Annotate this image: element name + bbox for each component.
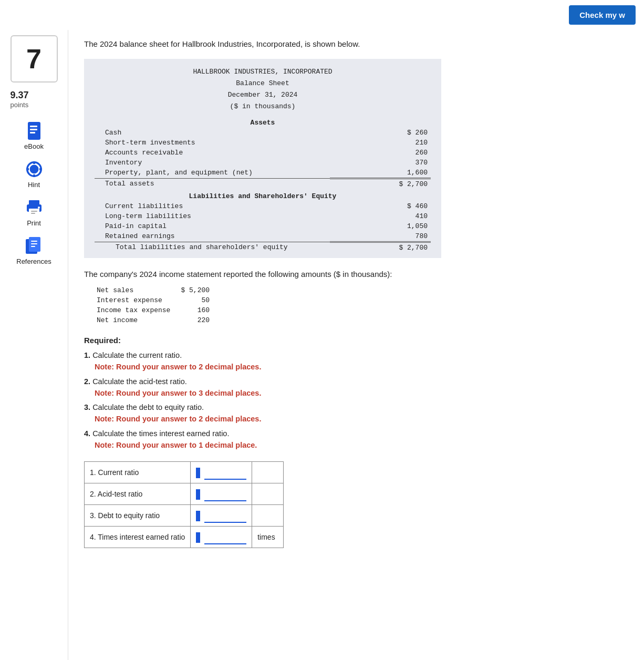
svg-rect-13 — [31, 211, 37, 212]
required-list: 1. Calculate the current ratio. Note: Ro… — [84, 350, 628, 451]
total-assets-label: Total assets — [95, 178, 330, 189]
asset-ppe-label: Property, plant, and equipment (net) — [95, 168, 330, 179]
liability-re-label: Retained earnings — [95, 231, 330, 242]
points-value: 9.37 — [11, 90, 58, 101]
liability-pic-label: Paid-in capital — [95, 221, 330, 231]
table-row: Net income 220 — [95, 315, 218, 325]
req-note-2: Note: Round your answer to 3 decimal pla… — [95, 388, 628, 399]
sidebar-item-hint[interactable]: Hint — [13, 160, 55, 189]
table-row: Long-term liabilities 410 — [95, 211, 431, 221]
sidebar: 7 9.37 points eBook — [0, 30, 68, 660]
ebook-label: eBook — [24, 142, 44, 150]
sidebar-item-ebook[interactable]: eBook — [13, 121, 55, 150]
bs-date: December 31, 2024 — [95, 89, 431, 101]
total-assets-value: $ 2,700 — [330, 178, 431, 189]
answer-row-label-2: 2. Acid-test ratio — [85, 483, 191, 505]
req-text-4: Calculate the times interest earned rati… — [92, 429, 229, 438]
req-number-2: 2. — [84, 377, 90, 386]
income-netincome-value: 220 — [179, 315, 218, 325]
answer-input-1[interactable] — [204, 465, 246, 480]
asset-inv-label: Inventory — [95, 158, 330, 168]
print-icon — [25, 198, 44, 217]
svg-rect-18 — [31, 241, 37, 242]
answer-suffix-2 — [252, 483, 284, 505]
total-liabilities-label: Total liabilities and shareholders' equi… — [95, 242, 330, 253]
req-number-4: 4. — [84, 429, 90, 438]
hint-label: Hint — [28, 181, 40, 189]
blue-marker — [196, 511, 200, 521]
answer-table: 1. Current ratio 2. Acid-test ratio — [84, 461, 284, 548]
list-item: 1. Calculate the current ratio. Note: Ro… — [84, 350, 628, 373]
list-item: 4. Calculate the times interest earned r… — [84, 428, 628, 451]
bs-unit: ($ in thousands) — [95, 101, 431, 112]
table-row: Property, plant, and equipment (net) 1,6… — [95, 168, 431, 179]
asset-inv-value: 370 — [330, 158, 431, 168]
table-row: Short-term investments 210 — [95, 138, 431, 148]
answer-input-cell-4[interactable] — [191, 527, 252, 548]
answer-input-cell-2[interactable] — [191, 483, 252, 505]
table-row: 4. Times interest earned ratio times — [85, 527, 284, 548]
content-area: The 2024 balance sheet for Hallbrook Ind… — [68, 30, 644, 660]
svg-rect-2 — [30, 129, 37, 130]
asset-sti-label: Short-term investments — [95, 138, 330, 148]
table-row: 3. Debt to equity ratio — [85, 505, 284, 527]
req-note-3: Note: Round your answer to 2 decimal pla… — [95, 414, 628, 425]
references-label: References — [16, 257, 51, 265]
svg-rect-3 — [30, 132, 35, 133]
top-bar: Check my w — [0, 0, 644, 30]
total-liabilities-value: $ 2,700 — [330, 242, 431, 253]
svg-rect-0 — [28, 122, 40, 140]
asset-cash-label: Cash — [95, 128, 330, 138]
points-section: 9.37 points — [11, 90, 58, 109]
bs-title: Balance Sheet — [95, 78, 431, 89]
answer-input-4[interactable] — [204, 530, 246, 544]
table-row: Inventory 370 — [95, 158, 431, 168]
liability-re-value: 780 — [330, 231, 431, 242]
income-taxexp-value: 160 — [179, 305, 218, 315]
svg-rect-20 — [31, 246, 35, 247]
req-number-3: 3. — [84, 403, 90, 411]
income-intro: The company's 2024 income statement repo… — [84, 269, 628, 281]
table-row: Current liabilities $ 460 — [95, 201, 431, 211]
req-number-1: 1. — [84, 351, 90, 359]
list-item: 2. Calculate the acid-test ratio. Note: … — [84, 376, 628, 399]
answer-input-2[interactable] — [204, 487, 246, 501]
required-title: Required: — [84, 336, 628, 345]
income-table: Net sales $ 5,200 Interest expense 50 In… — [95, 285, 218, 325]
balance-sheet-container: HALLBROOK INDUSTRIES, INCORPORATED Balan… — [84, 59, 441, 258]
bs-company: HALLBROOK INDUSTRIES, INCORPORATED — [95, 66, 431, 78]
check-my-work-button[interactable]: Check my w — [569, 5, 636, 25]
table-row: Net sales $ 5,200 — [95, 285, 218, 295]
asset-cash-value: $ 260 — [330, 128, 431, 138]
sidebar-item-print[interactable]: Print — [13, 198, 55, 227]
book-icon — [25, 121, 44, 140]
hint-icon — [25, 160, 44, 179]
assets-header: Assets — [95, 116, 431, 128]
balance-sheet-table: Assets Cash $ 260 Short-term investments… — [95, 116, 431, 253]
liabilities-header: Liabilities and Shareholders' Equity — [95, 189, 431, 201]
income-netsales-label: Net sales — [95, 285, 179, 295]
table-row: Income tax expense 160 — [95, 305, 218, 315]
liability-pic-value: 1,050 — [330, 221, 431, 231]
answer-input-cell-3[interactable] — [191, 505, 252, 527]
blue-marker — [196, 532, 200, 543]
liability-ll-value: 410 — [330, 211, 431, 221]
table-row: Retained earnings 780 — [95, 231, 431, 242]
liability-cl-label: Current liabilities — [95, 201, 330, 211]
answer-row-label-1: 1. Current ratio — [85, 462, 191, 483]
answer-input-3[interactable] — [204, 508, 246, 523]
asset-ppe-value: 1,600 — [330, 168, 431, 179]
table-row: Paid-in capital 1,050 — [95, 221, 431, 231]
blue-marker — [196, 468, 200, 478]
answer-input-cell-1[interactable] — [191, 462, 252, 483]
income-section: The company's 2024 income statement repo… — [84, 269, 628, 326]
req-text-3: Calculate the debt to equity ratio. — [92, 403, 204, 411]
question-number: 7 — [26, 43, 41, 75]
print-label: Print — [27, 219, 41, 227]
table-row: 1. Current ratio — [85, 462, 284, 483]
sidebar-item-references[interactable]: References — [13, 236, 55, 265]
points-label: points — [11, 101, 58, 109]
total-assets-row: Total assets $ 2,700 — [95, 178, 431, 189]
asset-sti-value: 210 — [330, 138, 431, 148]
answer-row-label-3: 3. Debt to equity ratio — [85, 505, 191, 527]
